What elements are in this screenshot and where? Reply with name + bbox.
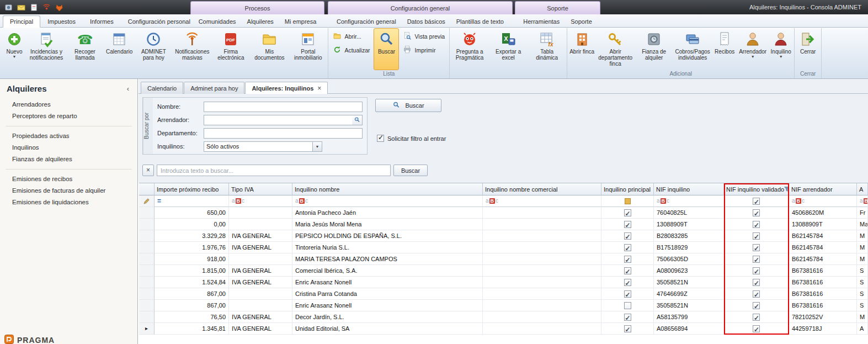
ribbon-button-abrir-departamento-finca[interactable]: Abrir departamento finca xyxy=(596,28,635,70)
text-filter-icon[interactable]: aBc xyxy=(232,195,244,207)
validado-checkbox[interactable] xyxy=(753,290,760,298)
column-header-validado[interactable]: NIF inquilino validado xyxy=(724,183,789,195)
filter-cell-nif_arrendador[interactable]: aBc xyxy=(789,195,857,207)
sidebar-item-propiedades-activas[interactable]: Propiedades activas xyxy=(0,130,137,142)
validado-checkbox[interactable] xyxy=(753,279,760,286)
cell-arrendador[interactable]: A xyxy=(857,323,868,335)
cell-comercial[interactable] xyxy=(483,230,601,242)
sidebar-item-emisiones-de-facturas-de-alquiler[interactable]: Emisiones de facturas de alquiler xyxy=(0,185,137,197)
cell-arrendador[interactable]: M xyxy=(857,253,868,265)
cell-comercial[interactable] xyxy=(483,253,601,265)
cell-arrendador[interactable]: M xyxy=(857,230,868,242)
cell-comercial[interactable] xyxy=(483,219,601,230)
cell-comercial[interactable] xyxy=(483,265,601,277)
column-header-principal[interactable]: Inquilino principal xyxy=(601,183,654,195)
ribbon-tab-informes[interactable]: Informes xyxy=(83,15,121,28)
ribbon-tab-datos-b-sicos[interactable]: Datos básicos xyxy=(402,15,451,28)
ribbon-tab-herramientas[interactable]: Herramientas xyxy=(518,15,565,28)
cell-nombre[interactable]: PEPSICO HOLDING DE ESPAÑA, S.L. xyxy=(292,230,483,242)
filter-cell-arrendador[interactable]: aBc xyxy=(857,195,868,207)
filter-search-button[interactable]: Buscar xyxy=(375,99,441,112)
cell-principal[interactable] xyxy=(601,265,654,277)
cell-nombre[interactable]: Unidad Editorial, SA xyxy=(292,323,483,335)
cell-nif_arrendador[interactable]: 44259718J xyxy=(789,323,857,335)
ribbon-button-fianza-de-alquiler[interactable]: Fianza de alquiler xyxy=(635,28,673,70)
filter-cell-nombre[interactable]: aBc xyxy=(292,195,483,207)
principal-checkbox[interactable] xyxy=(624,325,631,332)
sidebar-item-fianzas-de-alquileres[interactable]: Fianzas de alquileres xyxy=(0,154,137,165)
cell-nombre[interactable]: Decor Jardín, S.L. xyxy=(292,311,483,323)
column-header-importe[interactable]: Importe próximo recibo xyxy=(155,183,229,195)
cell-validado[interactable] xyxy=(724,288,789,300)
ribbon-tab-comunidades[interactable]: Comunidades xyxy=(193,15,242,28)
cell-nif_arrendador[interactable]: B62145784 xyxy=(789,230,857,242)
cell-principal[interactable] xyxy=(601,230,654,242)
column-header-arrendador[interactable]: A xyxy=(857,183,868,195)
cell-nif_arrendador[interactable]: B67381616 xyxy=(789,288,857,300)
cell-principal[interactable] xyxy=(601,300,654,311)
cell-nif_arrendador[interactable]: B67381616 xyxy=(789,277,857,288)
cell-validado[interactable] xyxy=(724,207,789,219)
document-tab-calendario[interactable]: Calendario xyxy=(141,82,183,94)
ribbon-button-incidencias-y-notificaciones[interactable]: Incidencias y notificaciones xyxy=(27,28,66,70)
cell-importe[interactable]: 1.345,81 xyxy=(155,323,229,335)
ribbon-button-nuevo[interactable]: Nuevo▼ xyxy=(2,28,27,70)
cell-validado[interactable] xyxy=(724,277,789,288)
ribbon-tab-configuraci-n-general[interactable]: Configuración general xyxy=(331,15,402,28)
clipboard-icon[interactable] xyxy=(29,2,39,12)
ribbon-button-exportar-a-excel[interactable]: XExportar a excel xyxy=(489,28,528,70)
cell-nombre[interactable]: Maria Jesús Moral Mena xyxy=(292,219,483,230)
cell-principal[interactable] xyxy=(601,277,654,288)
cell-tipo_iva[interactable] xyxy=(229,253,292,265)
ribbon-tab-impuestos[interactable]: Impuestos xyxy=(40,15,83,28)
cell-tipo_iva[interactable]: IVA GENERAL xyxy=(229,242,292,253)
cell-nombre[interactable]: Enric Arasanz Nonell xyxy=(292,277,483,288)
sidebar-item-inquilinos[interactable]: Inquilinos xyxy=(0,142,137,154)
cell-comercial[interactable] xyxy=(483,288,601,300)
cell-principal[interactable] xyxy=(601,207,654,219)
principal-checkbox[interactable] xyxy=(624,232,631,240)
principal-checkbox[interactable] xyxy=(624,314,631,321)
sidebar-item-arrendadores[interactable]: Arrendadores xyxy=(0,99,137,110)
validado-checkbox[interactable] xyxy=(753,325,760,332)
cell-nif[interactable]: 13088909T xyxy=(654,219,724,230)
ribbon-button-imprimir[interactable]: Imprimir xyxy=(400,45,448,56)
cell-arrendador[interactable]: S xyxy=(857,300,868,311)
cell-principal[interactable] xyxy=(601,311,654,323)
cell-comercial[interactable] xyxy=(483,311,601,323)
text-filter-icon[interactable]: aBc xyxy=(657,195,669,207)
cell-validado[interactable] xyxy=(724,265,789,277)
ribbon-button-actualizar[interactable]: Actualizar xyxy=(330,45,372,56)
cell-nombre[interactable]: MARIA TERESA PALAZON CAMPOS xyxy=(292,253,483,265)
cell-nombre[interactable]: Antonia Pacheco Jaén xyxy=(292,207,483,219)
ribbon-button-cerrar[interactable]: Cerrar xyxy=(795,28,821,70)
cell-nif_arrendador[interactable]: B67381616 xyxy=(789,300,857,311)
cell-importe[interactable]: 0,00 xyxy=(155,219,229,230)
cell-importe[interactable]: 867,00 xyxy=(155,288,229,300)
ribbon-button-calendario[interactable]: Calendario xyxy=(104,28,134,70)
cell-arrendador[interactable]: S xyxy=(857,288,868,300)
ribbon-button-firma-electr-nica[interactable]: PDFFirma electrónica xyxy=(211,28,250,70)
principal-checkbox[interactable] xyxy=(624,279,631,286)
grid-search-input[interactable] xyxy=(157,165,391,176)
request-filter-checkbox[interactable]: Solicitar filtro al entrar xyxy=(377,135,446,142)
lookup-search-icon[interactable] xyxy=(352,115,362,125)
ribbon-button-buscar[interactable]: Buscar xyxy=(374,28,399,70)
ribbon-button-recibos[interactable]: Recibos xyxy=(712,28,737,70)
inquilinos-dropdown[interactable]: Sólo activos▼ xyxy=(204,141,322,152)
cell-importe[interactable]: 1.976,76 xyxy=(155,242,229,253)
cell-nombre[interactable]: Cristina Parra Cotanda xyxy=(292,288,483,300)
validado-checkbox[interactable] xyxy=(753,302,760,309)
cell-principal[interactable] xyxy=(601,253,654,265)
column-header-nif[interactable]: NIF inquilino xyxy=(654,183,724,195)
ribbon-button-notificaciones-masivas[interactable]: Notificaciones masivas xyxy=(173,28,211,70)
cell-comercial[interactable] xyxy=(483,300,601,311)
cell-tipo_iva[interactable] xyxy=(229,300,292,311)
departamento-field[interactable] xyxy=(204,128,363,139)
cell-importe[interactable]: 650,00 xyxy=(155,207,229,219)
sidebar-item-emisiones-de-recibos[interactable]: Emisiones de recibos xyxy=(0,173,137,185)
cell-tipo_iva[interactable]: IVA GENERAL xyxy=(229,323,292,335)
ribbon-tab-alquileres[interactable]: Alquileres xyxy=(242,15,279,28)
cell-principal[interactable] xyxy=(601,219,654,230)
cell-principal[interactable] xyxy=(601,288,654,300)
